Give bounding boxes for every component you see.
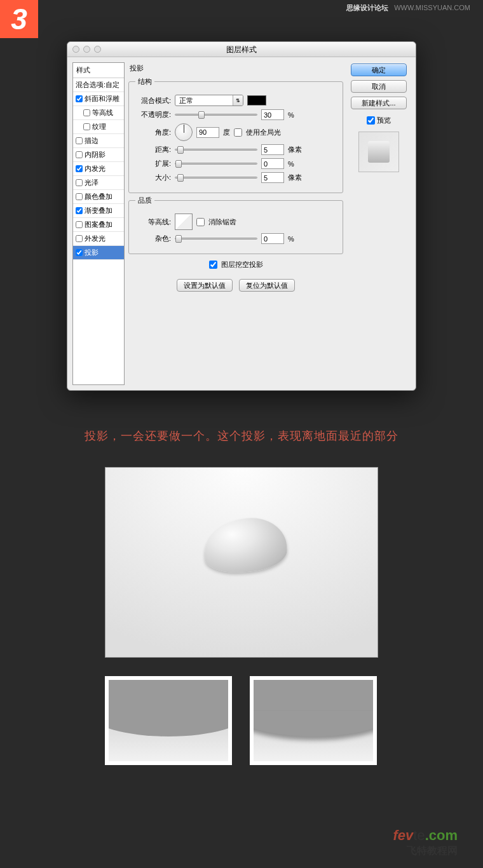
styles-list: 样式 混合选项:自定 斜面和浮雕 等高线 纹理 描边 内阴影 内发光 光泽 颜色…	[72, 62, 125, 385]
detail-thumbnails	[105, 676, 377, 765]
size-label: 大小:	[135, 173, 171, 182]
structure-legend: 结构	[135, 77, 154, 86]
style-label: 颜色叠加	[85, 192, 112, 201]
angle-unit: 度	[223, 128, 230, 137]
size-slider[interactable]	[175, 177, 257, 179]
contour-label: 等高线:	[135, 217, 171, 227]
style-check[interactable]	[83, 109, 90, 116]
distance-label: 距离:	[135, 145, 171, 154]
antialias-label: 消除锯齿	[208, 217, 236, 227]
dialog-title: 图层样式	[67, 42, 416, 57]
opacity-input[interactable]	[261, 109, 284, 120]
style-check[interactable]	[76, 235, 83, 242]
style-row-outer-glow[interactable]: 外发光	[73, 232, 124, 246]
section-title: 投影	[128, 62, 343, 74]
shadow-color-swatch[interactable]	[247, 95, 266, 105]
noise-label: 杂色:	[135, 234, 171, 243]
spread-input[interactable]	[261, 158, 284, 169]
ok-button[interactable]: 确定	[351, 64, 407, 76]
distance-slider[interactable]	[175, 149, 257, 151]
knockout-label: 图层挖空投影	[221, 260, 263, 269]
knockout-check[interactable]	[209, 261, 217, 269]
style-row-drop-shadow[interactable]: 投影	[73, 246, 124, 260]
style-check[interactable]	[76, 221, 83, 228]
noise-input[interactable]	[261, 233, 284, 244]
style-check[interactable]	[76, 165, 83, 172]
source-meta: 思缘设计论坛 WWW.MISSYUAN.COM	[346, 3, 470, 13]
style-row-color-overlay[interactable]: 颜色叠加	[73, 190, 124, 204]
style-row-inner-glow[interactable]: 内发光	[73, 162, 124, 176]
style-row-pattern-overlay[interactable]: 图案叠加	[73, 218, 124, 232]
global-light-label: 使用全局光	[246, 128, 281, 137]
style-row-stroke[interactable]: 描边	[73, 134, 124, 148]
style-check[interactable]	[76, 249, 83, 256]
spread-unit: %	[288, 160, 294, 168]
footer-watermark: fevte.com 飞特教程网	[393, 827, 458, 857]
style-label: 图案叠加	[85, 220, 112, 229]
minimize-icon[interactable]	[83, 46, 90, 53]
distance-input[interactable]	[261, 144, 284, 155]
new-style-button[interactable]: 新建样式...	[351, 97, 407, 109]
angle-input[interactable]	[196, 127, 219, 138]
quality-group: 品质 等高线: 消除锯齿 杂色: %	[128, 196, 343, 254]
opacity-slider[interactable]	[175, 114, 257, 116]
brand-logo: fevte.com	[393, 827, 458, 844]
blend-mode-combo[interactable]: 正常 ⇅	[175, 95, 243, 106]
style-check[interactable]	[76, 151, 83, 158]
brand-pre: fev	[393, 827, 413, 843]
style-row-satin[interactable]: 光泽	[73, 176, 124, 190]
brand-suf: .com	[425, 827, 458, 843]
result-preview	[105, 467, 378, 658]
angle-label: 角度:	[135, 128, 171, 137]
preview-swatch	[358, 132, 399, 172]
window-controls[interactable]	[72, 46, 101, 53]
tutorial-caption: 投影，一会还要做一个。这个投影，表现离地面最近的部分	[0, 428, 483, 444]
style-label: 描边	[85, 136, 99, 146]
blend-mode-value: 正常	[175, 96, 233, 105]
style-check[interactable]	[76, 179, 83, 186]
close-icon[interactable]	[72, 46, 79, 53]
styles-header: 样式	[73, 63, 124, 78]
style-check[interactable]	[76, 137, 83, 144]
style-row-contour[interactable]: 等高线	[73, 106, 124, 120]
opacity-unit: %	[288, 111, 294, 119]
blend-mode-label: 混合模式:	[135, 96, 171, 105]
size-input[interactable]	[261, 172, 284, 183]
dialog-actions: 确定 取消 新建样式... 预览	[347, 62, 411, 385]
antialias-check[interactable]	[196, 218, 205, 226]
blending-options-row[interactable]: 混合选项:自定	[73, 78, 124, 92]
angle-dial[interactable]	[175, 123, 193, 141]
settings-panel: 投影 结构 混合模式: 正常 ⇅ 不透明度: %	[128, 62, 343, 385]
layer-style-dialog: 图层样式 样式 混合选项:自定 斜面和浮雕 等高线 纹理 描边 内阴影 内发光 …	[67, 41, 416, 391]
zoom-icon[interactable]	[94, 46, 101, 53]
chevron-updown-icon[interactable]: ⇅	[233, 95, 243, 105]
cancel-button[interactable]: 取消	[351, 80, 407, 93]
set-default-button[interactable]: 设置为默认值	[177, 279, 233, 292]
brand-sub: 飞特教程网	[393, 844, 458, 857]
detail-thumb-1	[105, 676, 232, 765]
spread-slider[interactable]	[175, 163, 257, 165]
style-label: 纹理	[92, 122, 106, 132]
style-row-texture[interactable]: 纹理	[73, 120, 124, 134]
preview-label: 预览	[377, 116, 391, 125]
style-label: 斜面和浮雕	[85, 94, 119, 104]
style-check[interactable]	[76, 95, 83, 102]
style-row-gradient-overlay[interactable]: 渐变叠加	[73, 204, 124, 218]
style-label: 等高线	[92, 108, 113, 118]
reset-default-button[interactable]: 复位为默认值	[239, 279, 295, 292]
noise-slider[interactable]	[175, 238, 257, 240]
style-check[interactable]	[76, 207, 83, 214]
global-light-check[interactable]	[234, 128, 242, 137]
contour-picker[interactable]	[175, 214, 193, 230]
style-label: 外发光	[85, 234, 105, 243]
style-check[interactable]	[83, 123, 90, 130]
style-label: 内阴影	[85, 150, 105, 159]
preview-check[interactable]	[367, 116, 375, 125]
style-row-bevel[interactable]: 斜面和浮雕	[73, 92, 124, 106]
style-label: 内发光	[85, 164, 105, 173]
distance-unit: 像素	[288, 145, 302, 154]
style-check[interactable]	[76, 193, 83, 200]
style-label: 投影	[85, 248, 99, 257]
style-row-inner-shadow[interactable]: 内阴影	[73, 148, 124, 162]
structure-group: 结构 混合模式: 正常 ⇅ 不透明度: % 角度:	[128, 77, 343, 193]
